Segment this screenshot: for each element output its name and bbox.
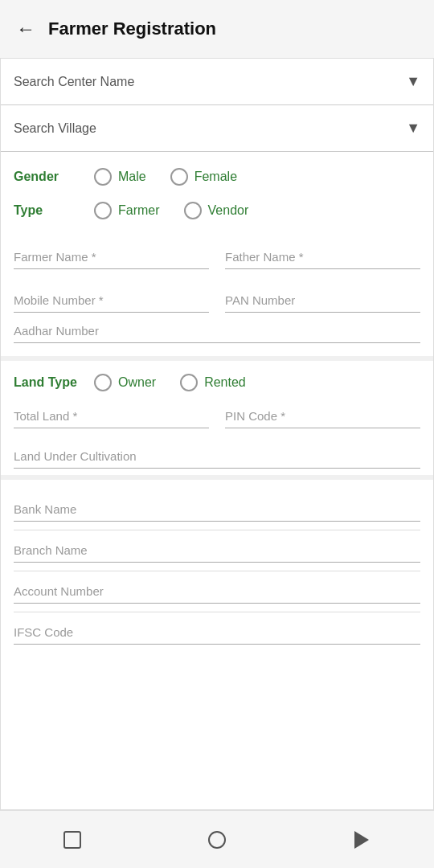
search-village-dropdown[interactable]: Search Village ▼ — [1, 105, 433, 151]
name-fields-row — [14, 239, 420, 276]
type-label: Type — [14, 203, 94, 218]
land-type-rented-radio[interactable] — [180, 374, 198, 391]
total-land-group — [14, 398, 209, 435]
pan-number-input[interactable] — [225, 289, 420, 313]
type-vendor-option[interactable]: Vendor — [184, 202, 249, 219]
circle-icon — [208, 831, 226, 849]
branch-name-input[interactable] — [14, 538, 420, 563]
gender-female-radio[interactable] — [170, 168, 188, 186]
branch-name-group — [14, 530, 420, 571]
land-type-owner-option[interactable]: Owner — [94, 374, 156, 391]
land-type-owner-label: Owner — [118, 375, 156, 390]
land-type-row: Land Type Owner Rented — [14, 374, 420, 391]
search-center-dropdown[interactable]: Search Center Name ▼ — [1, 59, 433, 104]
account-number-group — [14, 571, 420, 612]
type-farmer-label: Farmer — [118, 203, 160, 218]
pan-number-group — [225, 282, 420, 319]
total-land-input[interactable] — [14, 404, 209, 428]
bank-section — [1, 475, 433, 653]
chevron-down-icon: ▼ — [406, 120, 420, 137]
nav-recent-button[interactable] — [350, 829, 373, 851]
chevron-down-icon: ▼ — [406, 73, 420, 90]
type-section: Type Farmer Vendor — [1, 199, 433, 232]
pin-code-group — [225, 398, 420, 435]
gender-section: Gender Male Female — [1, 152, 433, 199]
bank-name-group — [14, 489, 420, 530]
pin-code-input[interactable] — [225, 404, 420, 428]
gender-label: Gender — [14, 170, 94, 184]
ifsc-code-group — [14, 612, 420, 653]
aadhar-section — [1, 319, 433, 350]
gender-male-radio[interactable] — [94, 168, 112, 186]
ifsc-code-input[interactable] — [14, 620, 420, 645]
land-type-label: Land Type — [14, 375, 94, 390]
header: ← Farmer Registration — [0, 0, 434, 58]
gender-female-option[interactable]: Female — [170, 168, 237, 186]
land-type-section: Land Type Owner Rented — [1, 361, 433, 475]
farmer-name-group — [14, 239, 209, 276]
nav-home-button[interactable] — [61, 829, 84, 851]
gender-row: Gender Male Female — [14, 168, 420, 186]
mobile-number-input[interactable] — [14, 289, 209, 313]
land-type-owner-radio[interactable] — [94, 374, 112, 391]
type-farmer-radio[interactable] — [94, 202, 112, 219]
nav-back-button[interactable] — [206, 829, 228, 851]
land-cultivation-input[interactable] — [14, 444, 420, 469]
mobile-number-group — [14, 282, 209, 319]
center-name-dropdown-row: Search Center Name ▼ — [1, 59, 433, 105]
gender-female-label: Female — [194, 170, 237, 184]
land-cultivation-group — [14, 438, 420, 475]
type-farmer-option[interactable]: Farmer — [94, 202, 160, 219]
aadhar-number-input[interactable] — [14, 319, 420, 343]
nav-bar — [0, 810, 434, 868]
name-fields-section — [1, 232, 433, 276]
back-button[interactable]: ← — [16, 18, 35, 40]
search-village-label: Search Village — [14, 121, 96, 136]
account-number-input[interactable] — [14, 579, 420, 604]
type-vendor-label: Vendor — [208, 203, 249, 218]
village-dropdown-row: Search Village ▼ — [1, 105, 433, 152]
gender-male-option[interactable]: Male — [94, 168, 146, 186]
type-vendor-radio[interactable] — [184, 202, 202, 219]
mobile-pan-fields-row — [14, 282, 420, 319]
search-center-label: Search Center Name — [14, 75, 134, 89]
triangle-icon — [354, 831, 369, 849]
land-type-rented-option[interactable]: Rented — [180, 374, 246, 391]
farmer-name-input[interactable] — [14, 245, 209, 269]
land-type-rented-label: Rented — [204, 375, 246, 390]
gender-male-label: Male — [118, 170, 146, 184]
form-container: Search Center Name ▼ Search Village ▼ Ge… — [0, 58, 434, 810]
page-title: Farmer Registration — [48, 18, 216, 39]
square-icon — [63, 831, 81, 849]
type-row: Type Farmer Vendor — [14, 202, 420, 219]
bank-name-input[interactable] — [14, 497, 420, 522]
father-name-input[interactable] — [225, 245, 420, 269]
mobile-pan-fields-section — [1, 276, 433, 319]
father-name-group — [225, 239, 420, 276]
land-pin-fields-row — [14, 398, 420, 435]
